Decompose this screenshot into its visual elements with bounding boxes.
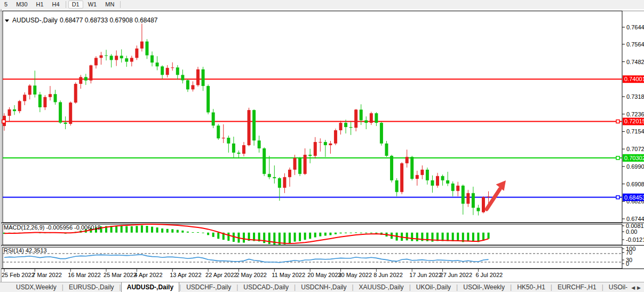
price-tick-label: 0.67440 — [626, 216, 644, 222]
candle-body — [181, 75, 184, 80]
macd-histogram-bar — [207, 233, 209, 235]
macd-histogram-bar — [477, 233, 479, 242]
price-badge-label: 0.72015 — [624, 118, 644, 124]
date-label: 17 Jun 2022 — [409, 272, 442, 278]
tab-eurchf-h1[interactable]: EURCHF-,H1 — [552, 282, 602, 292]
line-handle[interactable] — [2, 120, 5, 123]
candle-body — [227, 138, 230, 144]
macd-histogram-bar — [457, 233, 459, 241]
macd-histogram-bar — [467, 233, 469, 242]
line-handle[interactable] — [616, 196, 619, 199]
tab-eurusd-daily[interactable]: EURUSD-,Daily — [63, 282, 120, 292]
candle-body — [64, 123, 67, 124]
candle-body — [308, 155, 312, 156]
candle-body — [8, 109, 11, 116]
candle-body — [370, 113, 373, 123]
candlestick-panel[interactable] — [2, 11, 622, 222]
macd-histogram-bar — [187, 232, 189, 233]
candle-body — [232, 144, 235, 153]
price-badge-label: 0.74001 — [624, 76, 644, 82]
candle-body — [59, 102, 62, 122]
date-label: 8 Jun 2022 — [373, 272, 402, 278]
price-tick-label: 0.69080 — [626, 181, 644, 187]
candle-body — [130, 58, 133, 61]
chart-area[interactable]: 0.764400.756400.748200.731800.723600.715… — [0, 9, 644, 282]
macd-histogram-bar — [273, 233, 275, 245]
line-handle[interactable] — [616, 156, 619, 160]
candle-body — [395, 180, 399, 192]
date-label: 20 May 2022 — [307, 272, 341, 278]
timeframe-button-h1[interactable]: H1 — [33, 1, 47, 9]
candle-body — [344, 123, 347, 127]
tab-usdcnh-daily[interactable]: USDCNH-,Daily — [296, 282, 352, 292]
macd-histogram-bar — [212, 233, 214, 237]
macd-histogram-bar — [268, 233, 271, 244]
timeframe-toolbar: 5M30H1H4D1W1MN — [0, 0, 644, 10]
macd-histogram-bar — [283, 233, 285, 244]
candle-body — [258, 140, 261, 148]
tab-usdcad-daily[interactable]: USDCAD-,Daily — [238, 282, 294, 292]
timeframe-button-h4[interactable]: H4 — [49, 1, 63, 9]
candle-body — [212, 113, 215, 126]
macd-histogram-bar — [181, 231, 184, 233]
rsi-axis-label: 0 — [626, 261, 629, 267]
price-tick-label: 0.71540 — [626, 128, 644, 135]
chart-title-ohlc: 0.68477 0.68733 0.67908 0.68487 — [60, 17, 158, 24]
candle-body — [105, 56, 108, 56]
tab-usdx-weekly[interactable]: USDX,Weekly — [11, 282, 62, 292]
timeframe-button-w1[interactable]: W1 — [84, 1, 101, 9]
tab-scroll-left-icon[interactable]: ◀ — [631, 285, 635, 290]
date-label: 16 Mar 2022 — [68, 272, 101, 278]
tab-xauusd-daily[interactable]: XAUUSD-,Daily — [354, 282, 409, 292]
candle-body — [273, 177, 276, 178]
candle-body — [166, 68, 169, 75]
candle-body — [89, 65, 92, 80]
date-label: 25 Mar 2022 — [104, 272, 137, 278]
macd-histogram-bar — [131, 226, 133, 233]
macd-histogram-bar — [339, 233, 341, 234]
candle-body — [28, 85, 31, 94]
macd-histogram-bar — [329, 233, 331, 235]
macd-histogram-bar — [141, 225, 143, 232]
timeframe-button-m30[interactable]: M30 — [12, 1, 31, 9]
tab-ukoil-daily[interactable]: UKOil-,Daily — [411, 282, 456, 292]
price-tick-label: 0.75640 — [626, 41, 644, 48]
date-label: 27 Jun 2022 — [440, 272, 473, 278]
candle-body — [288, 170, 291, 177]
candle-body — [263, 148, 266, 174]
timeframe-button-mn[interactable]: MN — [101, 1, 118, 9]
candle-body — [54, 94, 57, 102]
tab-hk50-h1[interactable]: HK50-,H1 — [512, 282, 551, 292]
line-handle[interactable] — [616, 120, 619, 123]
candle-body — [176, 67, 179, 75]
candle-body — [416, 175, 419, 179]
macd-axis-label: 0.00 — [626, 228, 637, 235]
candle-body — [217, 125, 220, 138]
price-tick-label: 0.70720 — [626, 146, 644, 152]
macd-histogram-bar — [324, 233, 327, 236]
macd-histogram-bar — [314, 233, 316, 238]
tab-usoil-weekly[interactable]: USOil-,Weekly — [458, 282, 510, 292]
candle-body — [252, 110, 256, 140]
tab-usdchf-daily[interactable]: USDCHF-,Daily — [181, 282, 236, 292]
tab-audusd-daily[interactable]: AUDUSD-,Daily — [121, 282, 179, 292]
timeframe-button-d1[interactable]: D1 — [68, 1, 83, 9]
tab-scroll-right-icon[interactable]: ▶ — [637, 285, 641, 290]
candle-body — [69, 102, 72, 124]
macd-histogram-bar — [406, 233, 408, 241]
candle-body — [441, 176, 444, 180]
macd-histogram-bar — [472, 233, 474, 242]
macd-histogram-bar — [447, 233, 449, 241]
candle-body — [400, 163, 403, 192]
tab-usoil-h[interactable]: USOil-,H — [603, 282, 628, 292]
candle-body — [466, 193, 470, 204]
macd-histogram-bar — [243, 233, 245, 243]
candle-body — [115, 56, 118, 60]
candle-body — [476, 208, 480, 211]
macd-histogram-bar — [355, 232, 357, 233]
candle-body — [125, 58, 128, 61]
candle-body — [380, 123, 383, 144]
chart-plot-area[interactable] — [3, 11, 622, 222]
candle-body — [150, 56, 154, 63]
timeframe-button-5[interactable]: 5 — [1, 1, 11, 9]
